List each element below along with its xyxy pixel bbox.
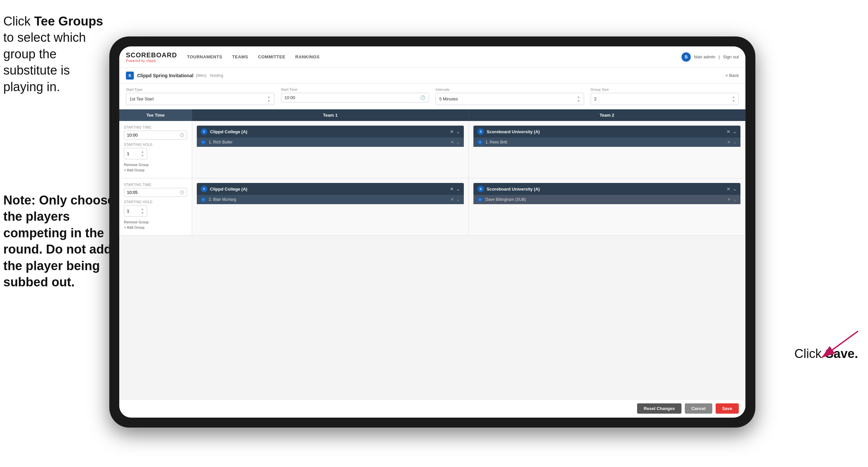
tee-groups-bold: Tee Groups <box>34 14 103 28</box>
tablet-frame: SCOREBOARD Powered by clippd TOURNAMENTS… <box>109 36 755 428</box>
player-name-2-1-0: 2. Blair McHarg <box>209 197 451 202</box>
team-name-1-1: Clippd College (A) <box>210 129 450 134</box>
start-time-input[interactable]: 10:00 🕐 <box>281 93 429 103</box>
group-size-spinner: ▲▼ <box>732 95 735 103</box>
player-close-1-2-0[interactable]: ✕ <box>727 140 731 145</box>
remove-group-btn-2[interactable]: Remove Group <box>124 220 187 224</box>
cancel-button[interactable]: Cancel <box>685 403 712 414</box>
nav-committee[interactable]: COMMITTEE <box>258 53 286 61</box>
nav-admin-label: blair admin <box>694 54 715 59</box>
player-close-1-1-0[interactable]: ✕ <box>451 140 454 145</box>
group-actions-2: Remove Group + Add Group <box>124 220 187 229</box>
save-button[interactable]: Save <box>716 403 739 414</box>
team-card-1-2[interactable]: S Scoreboard University (A) ✕ ⌄ S 1. Ree… <box>473 126 740 147</box>
nav-links: TOURNAMENTS TEAMS COMMITTEE RANKINGS <box>187 53 681 61</box>
th-tee-time: Tee Time <box>119 109 192 121</box>
group-left-2: STARTING TIME: 10:05 🕐 STARTING HOLE: 1 … <box>119 178 192 235</box>
player-row-1-2-0[interactable]: S 1. Rees Britt ✕ ⌄ <box>473 138 740 147</box>
team-card-1-1[interactable]: C Clippd College (A) ✕ ⌄ C 1. Rich Butle… <box>197 126 464 147</box>
clock-icon-1: 🕐 <box>180 133 184 137</box>
th-team2: Team 2 <box>469 109 745 121</box>
team-close-icon-2-2[interactable]: ✕ <box>726 186 730 192</box>
player-logo-2-2-0: S <box>477 197 483 202</box>
remove-group-btn-1[interactable]: Remove Group <box>124 163 187 167</box>
intervals-input[interactable]: 5 Minutes ▲▼ <box>436 93 584 105</box>
group-size-field: Group Size 2 ▲▼ <box>591 88 739 105</box>
group-size-label: Group Size <box>591 88 739 91</box>
team-expand-icon-1-2[interactable]: ⌄ <box>733 129 737 134</box>
hole-spinner-1: ▲▼ <box>141 150 144 157</box>
group-size-input[interactable]: 2 ▲▼ <box>591 93 739 105</box>
annotation-note: Note: Only choose the players competing … <box>3 192 116 290</box>
team-card-header-2-1: C Clippd College (A) ✕ ⌄ <box>197 183 464 195</box>
clock-icon-2: 🕐 <box>180 190 184 195</box>
team-logo-1-2: S <box>477 128 484 135</box>
tablet-screen: SCOREBOARD Powered by clippd TOURNAMENTS… <box>119 47 745 418</box>
team-expand-icon-2-1[interactable]: ⌄ <box>456 186 460 192</box>
nav-teams[interactable]: TEAMS <box>232 53 248 61</box>
team-close-icon-1-1[interactable]: ✕ <box>450 129 454 134</box>
team-logo-2-1: C <box>201 185 207 192</box>
time-input-1[interactable]: 10:00 🕐 <box>124 130 187 140</box>
team-card-header-1-1: C Clippd College (A) ✕ ⌄ <box>197 126 464 138</box>
nav-tournaments[interactable]: TOURNAMENTS <box>187 53 222 61</box>
player-row-1-1-0[interactable]: C 1. Rich Butler ✕ ⌄ <box>197 138 464 147</box>
player-expand-2-2-0[interactable]: ⌄ <box>733 197 737 202</box>
player-actions-1-1-0: ✕ ⌄ <box>451 140 460 145</box>
breadcrumb-title: Clippd Spring Invitational <box>137 73 193 78</box>
settings-row: Start Type 1st Tee Start ▲▼ Start Time 1… <box>119 84 745 109</box>
start-time-label: Start Time <box>281 88 429 91</box>
starting-time-label-1: STARTING TIME: <box>124 126 187 129</box>
team-close-icon-2-1[interactable]: ✕ <box>450 186 454 192</box>
player-expand-1-2-0[interactable]: ⌄ <box>733 140 737 145</box>
start-type-input[interactable]: 1st Tee Start ▲▼ <box>126 93 274 105</box>
player-logo-1-1-0: C <box>201 140 206 145</box>
player-close-2-2-0[interactable]: ✕ <box>727 197 731 202</box>
team-expand-icon-1-1[interactable]: ⌄ <box>456 129 460 134</box>
annotation-right: Click Save. <box>795 347 858 361</box>
breadcrumb-back[interactable]: < Back <box>725 73 739 78</box>
group-left-1: STARTING TIME: 10:00 🕐 STARTING HOLE: 1 … <box>119 121 192 178</box>
player-row-2-1-0[interactable]: C 2. Blair McHarg ✕ ⌄ <box>197 195 464 204</box>
team-logo-2-2: S <box>477 185 484 192</box>
team-logo-1-1: C <box>201 128 207 135</box>
team-expand-icon-2-2[interactable]: ⌄ <box>733 186 737 192</box>
player-actions-2-2-0: ✕ ⌄ <box>727 197 737 202</box>
nav-rankings[interactable]: RANKINGS <box>295 53 319 61</box>
group-size-value: 2 <box>594 96 597 101</box>
nav-signout[interactable]: Sign out <box>723 54 739 59</box>
annotation-left: Click Tee Groups to select which group t… <box>3 13 109 95</box>
group-row-2: STARTING TIME: 10:05 🕐 STARTING HOLE: 1 … <box>119 178 745 236</box>
reset-changes-button[interactable]: Reset Changes <box>637 403 681 414</box>
start-type-spinner: ▲▼ <box>267 95 271 103</box>
nav-right: B blair admin | Sign out <box>681 52 739 62</box>
breadcrumb-bar: B Clippd Spring Invitational (Men) Hosti… <box>119 68 745 84</box>
time-input-2[interactable]: 10:05 🕐 <box>124 188 187 197</box>
player-logo-2-1-0: C <box>201 197 206 202</box>
starting-hole-label-2: STARTING HOLE: <box>124 200 187 204</box>
start-time-value: 10:00 <box>285 95 296 100</box>
start-type-label: Start Type <box>126 88 274 91</box>
player-row-2-2-0[interactable]: S Dave Billingham (SUB) ✕ ⌄ <box>473 195 740 204</box>
nav-avatar: B <box>681 52 691 62</box>
main-content: Tee Time Team 1 Team 2 STARTING TIME: 10… <box>119 109 745 399</box>
start-type-value: 1st Tee Start <box>129 96 154 101</box>
player-close-2-1-0[interactable]: ✕ <box>451 197 454 202</box>
add-group-btn-1[interactable]: + Add Group <box>124 168 187 172</box>
team-card-2-1[interactable]: C Clippd College (A) ✕ ⌄ C 2. Blair McHa… <box>197 183 464 204</box>
player-expand-2-1-0[interactable]: ⌄ <box>457 197 460 202</box>
team-close-icon-1-2[interactable]: ✕ <box>726 129 730 134</box>
player-name-1-2-0: 1. Rees Britt <box>485 140 727 145</box>
intervals-field: Intervals 5 Minutes ▲▼ <box>436 88 584 105</box>
logo-area: SCOREBOARD Powered by clippd <box>126 51 177 63</box>
team-card-header-2-2: S Scoreboard University (A) ✕ ⌄ <box>473 183 740 195</box>
player-expand-1-1-0[interactable]: ⌄ <box>457 140 460 145</box>
hole-input-1[interactable]: 1 ▲▼ <box>124 148 147 159</box>
player-actions-1-2-0: ✕ ⌄ <box>727 140 737 145</box>
team-card-2-2[interactable]: S Scoreboard University (A) ✕ ⌄ S Dave B… <box>473 183 740 204</box>
table-header: Tee Time Team 1 Team 2 <box>119 109 745 121</box>
add-group-btn-2[interactable]: + Add Group <box>124 225 187 229</box>
start-type-field: Start Type 1st Tee Start ▲▼ <box>126 88 274 105</box>
group-team1-cell-2: C Clippd College (A) ✕ ⌄ C 2. Blair McHa… <box>192 178 469 235</box>
hole-input-2[interactable]: 1 ▲▼ <box>124 205 147 217</box>
